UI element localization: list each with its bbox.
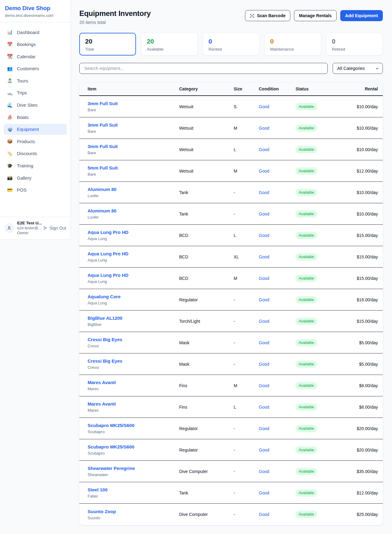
sidebar-item-discounts[interactable]: 🏷️ Discounts	[4, 148, 67, 159]
table-row[interactable]: Aqua Lung Pro HD Aqua Lung BCD M Good Av…	[79, 268, 383, 289]
item-link[interactable]: 3mm Full Suit	[88, 122, 179, 128]
condition-link[interactable]: Good	[259, 297, 269, 302]
condition-link[interactable]: Good	[259, 490, 269, 495]
table-row[interactable]: Aluminum 80 Luxfer Tank - Good Available…	[79, 182, 383, 203]
item-link[interactable]: Scubapro MK25/S600	[88, 444, 179, 449]
search-input[interactable]	[79, 63, 328, 74]
condition-link[interactable]: Good	[259, 126, 269, 131]
item-size: M	[234, 276, 259, 281]
nav-label: Bookings	[17, 42, 36, 47]
brand-name[interactable]: Demo Dive Shop	[5, 5, 66, 12]
table-row[interactable]: Aqua Lung Pro HD Aqua Lung BCD L Good Av…	[79, 225, 383, 246]
item-category: Tank	[179, 490, 234, 495]
item-category: Dive Computer	[179, 469, 234, 474]
condition-link[interactable]: Good	[259, 319, 269, 324]
table-row[interactable]: Scubapro MK25/S600 Scubapro Regulator - …	[79, 418, 383, 439]
item-link[interactable]: Mares Avanti	[88, 401, 179, 406]
sidebar-item-bookings[interactable]: 📅 Bookings	[4, 39, 67, 50]
item-link[interactable]: Aqua Lung Pro HD	[88, 251, 179, 256]
condition-link[interactable]: Good	[259, 104, 269, 109]
table-row[interactable]: Mares Avanti Mares Fins L Good Available…	[79, 396, 383, 418]
table-row[interactable]: 3mm Full Suit Bare Wetsuit L Good Availa…	[79, 139, 383, 160]
sidebar-item-gallery[interactable]: 📸 Gallery	[4, 172, 67, 183]
table-row[interactable]: Suunto Zoop Suunto Dive Computer - Good …	[79, 504, 383, 525]
item-link[interactable]: Suunto Zoop	[88, 509, 179, 514]
stat-card-total[interactable]: 20 Total	[79, 33, 136, 55]
table-row[interactable]: 3mm Full Suit Bare Wetsuit S Good Availa…	[79, 96, 383, 117]
condition-link[interactable]: Good	[259, 276, 269, 281]
condition-link[interactable]: Good	[259, 212, 269, 216]
manage-rentals-button[interactable]: Manage Rentals	[294, 10, 337, 21]
item-link[interactable]: Cressi Big Eyes	[88, 337, 179, 342]
sidebar-item-calendar[interactable]: 📆 Calendar	[4, 51, 67, 62]
item-link[interactable]: Cressi Big Eyes	[88, 358, 179, 364]
table-row[interactable]: Aqua Lung Pro HD Aqua Lung BCD XL Good A…	[79, 246, 383, 268]
table-row[interactable]: 5mm Full Suit Bare Wetsuit M Good Availa…	[79, 160, 383, 182]
table-row[interactable]: BigBlue AL1200 BigBlue Torch/Light - Goo…	[79, 311, 383, 332]
table-row[interactable]: Shearwater Peregrine Shearwater Dive Com…	[79, 461, 383, 482]
sidebar-item-tours[interactable]: 🏝️ Tours	[4, 75, 67, 86]
condition-link[interactable]: Good	[259, 512, 269, 517]
condition-link[interactable]: Good	[259, 340, 269, 345]
sidebar-item-training[interactable]: 🎓 Training	[4, 160, 67, 171]
items-total: 20 items total	[79, 20, 151, 25]
condition-link[interactable]: Good	[259, 169, 269, 174]
col-status: Status	[296, 86, 342, 91]
sidebar-item-dashboard[interactable]: 📊 Dashboard	[4, 27, 67, 38]
item-link[interactable]: Aluminum 80	[88, 187, 179, 192]
condition-link[interactable]: Good	[259, 190, 269, 195]
scan-barcode-button[interactable]: Scan Barcode	[245, 10, 290, 21]
table-row[interactable]: Aluminum 80 Luxfer Tank - Good Available…	[79, 203, 383, 225]
stat-card-rented[interactable]: 0 Rented	[203, 33, 259, 55]
sidebar-item-pos[interactable]: 💳 POS	[4, 185, 67, 196]
sidebar-item-dive-sites[interactable]: 🌊 Dive Sites	[4, 100, 67, 111]
item-link[interactable]: Shearwater Peregrine	[88, 466, 179, 471]
item-link[interactable]: Mares Avanti	[88, 380, 179, 385]
sidebar-item-boats[interactable]: ⛵ Boats	[4, 112, 67, 123]
condition-link[interactable]: Good	[259, 405, 269, 410]
condition-link[interactable]: Good	[259, 426, 269, 431]
item-size: -	[234, 362, 259, 367]
condition-link[interactable]: Good	[259, 147, 269, 152]
table-row[interactable]: Mares Avanti Mares Fins M Good Available…	[79, 375, 383, 396]
sign-out-button[interactable]: Sign Out	[43, 226, 66, 231]
item-link[interactable]: Steel 100	[88, 487, 179, 492]
item-link[interactable]: Aqualung Core	[88, 294, 179, 299]
item-link[interactable]: 3mm Full Suit	[88, 144, 179, 149]
item-size: -	[234, 448, 259, 452]
add-equipment-button[interactable]: Add Equipment	[340, 10, 383, 21]
sidebar-item-trips[interactable]: 🛥️ Trips	[4, 87, 67, 98]
sidebar-item-equipment[interactable]: 🤿 Equipment	[4, 124, 67, 135]
table-row[interactable]: Aqualung Core Aqua Lung Regulator - Good…	[79, 289, 383, 311]
item-link[interactable]: 3mm Full Suit	[88, 101, 179, 106]
stat-card-retired[interactable]: 0 Retired	[326, 33, 383, 55]
stat-card-maintenance[interactable]: 0 Maintenance	[264, 33, 321, 55]
sidebar-item-products[interactable]: 📦 Products	[4, 136, 67, 147]
stat-card-available[interactable]: 20 Available	[141, 33, 198, 55]
item-link[interactable]: BigBlue AL1200	[88, 315, 179, 321]
item-link[interactable]: 5mm Full Suit	[88, 165, 179, 170]
item-link[interactable]: Aqua Lung Pro HD	[88, 230, 179, 235]
condition-link[interactable]: Good	[259, 469, 269, 474]
table-row[interactable]: Cressi Big Eyes Cressi Mask - Good Avail…	[79, 353, 383, 375]
table-row[interactable]: Cressi Big Eyes Cressi Mask - Good Avail…	[79, 332, 383, 353]
sidebar-item-customers[interactable]: 👥 Customers	[4, 63, 67, 74]
condition-link[interactable]: Good	[259, 362, 269, 367]
condition-link[interactable]: Good	[259, 383, 269, 388]
condition-link[interactable]: Good	[259, 233, 269, 238]
condition-link[interactable]: Good	[259, 254, 269, 259]
status-badge: Available	[296, 339, 317, 346]
nav-label: Products	[17, 139, 35, 144]
condition-link[interactable]: Good	[259, 448, 269, 452]
table-row[interactable]: Scubapro MK25/S600 Scubapro Regulator - …	[79, 439, 383, 461]
nav-icon: 🌊	[7, 102, 13, 108]
category-select[interactable]: All Categories	[333, 63, 383, 74]
page-title: Equipment Inventory	[79, 9, 151, 18]
item-link[interactable]: Aluminum 80	[88, 208, 179, 213]
table-row[interactable]: 3mm Full Suit Bare Wetsuit M Good Availa…	[79, 117, 383, 139]
rental-price: $5.00/day	[359, 340, 378, 345]
item-link[interactable]: Scubapro MK25/S600	[88, 423, 179, 428]
item-link[interactable]: Aqua Lung Pro HD	[88, 273, 179, 278]
item-size: -	[234, 340, 259, 345]
table-row[interactable]: Steel 100 Faber Tank - Good Available $1…	[79, 482, 383, 504]
